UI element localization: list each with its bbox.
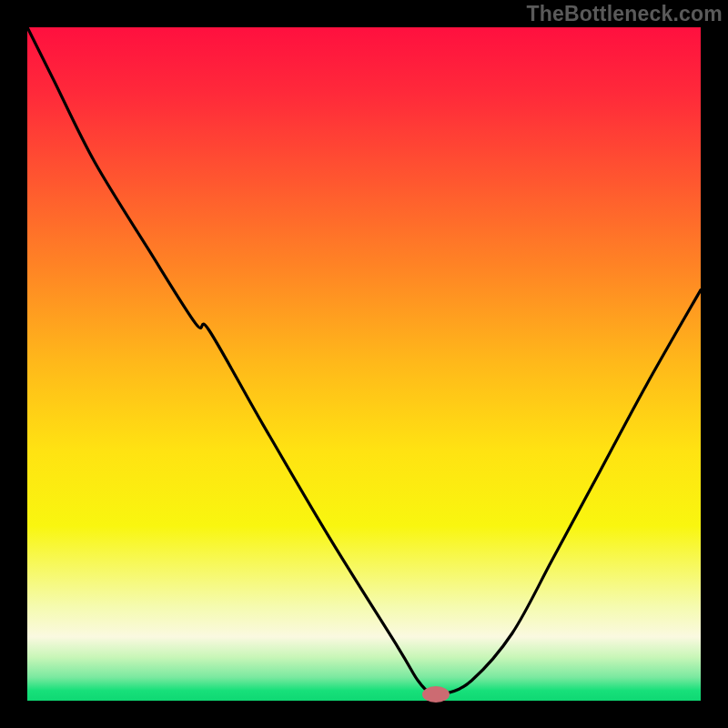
chart-stage: TheBottleneck.com bbox=[0, 0, 728, 728]
optimum-marker bbox=[422, 686, 450, 703]
bottleneck-chart bbox=[0, 0, 728, 728]
watermark-text: TheBottleneck.com bbox=[526, 2, 723, 26]
plot-panel bbox=[27, 27, 701, 701]
